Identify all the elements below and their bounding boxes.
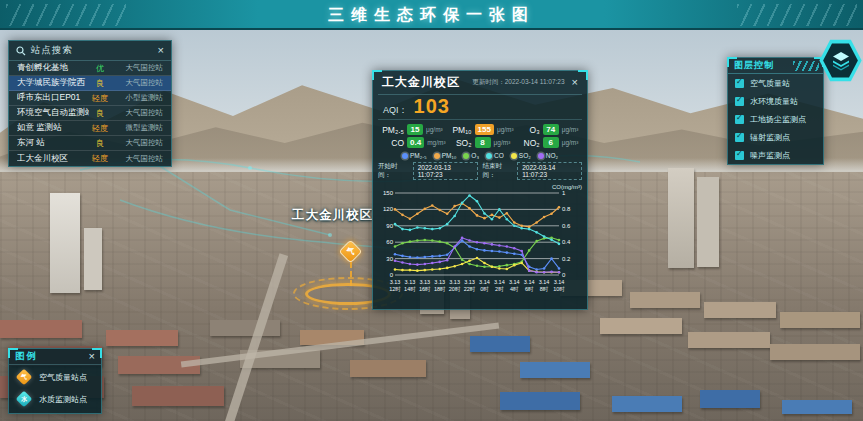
checkbox-checked[interactable] <box>735 133 744 142</box>
building <box>84 228 102 290</box>
building <box>780 312 860 328</box>
close-icon[interactable]: × <box>158 45 164 56</box>
station-list-item-selected[interactable]: 大学城民族学院西 良 大气国控站 <box>9 76 171 91</box>
warehouse-blue-roof <box>470 336 530 352</box>
svg-text:16时: 16时 <box>419 286 431 292</box>
layer-item-water[interactable]: 水环境质量站 <box>728 92 823 110</box>
building <box>770 344 860 360</box>
layer-panel-title: 图层控制 <box>728 59 793 72</box>
svg-text:3.14: 3.14 <box>509 279 520 285</box>
end-time-label: 结束时间： <box>483 162 513 180</box>
layers-icon <box>830 50 852 72</box>
svg-text:18时: 18时 <box>434 286 446 292</box>
station-list-item[interactable]: 青创孵化基地 优 大气国控站 <box>9 61 171 76</box>
pollutant-value-badge: 0.4 <box>407 137 424 148</box>
svg-text:60: 60 <box>386 239 393 245</box>
layers-toggle-button[interactable] <box>818 38 863 83</box>
station-panel-title: 站点搜索 <box>31 44 158 57</box>
air-station-legend-icon: 气 <box>16 369 33 386</box>
close-icon[interactable]: × <box>89 351 95 362</box>
checkbox-checked[interactable] <box>735 79 744 88</box>
legend-dot <box>538 153 544 159</box>
legend-item[interactable]: SO₂ <box>511 152 531 159</box>
legend-item[interactable]: CO <box>486 152 504 159</box>
start-time-input[interactable]: 2022-03-13 11:07:23 <box>413 162 478 180</box>
layer-item-air[interactable]: 空气质量站 <box>728 74 823 92</box>
layer-item-noise[interactable]: 噪声监测点 <box>728 146 823 164</box>
svg-text:30: 30 <box>386 256 393 262</box>
pollutant-value-badge: 74 <box>543 124 559 135</box>
station-detail-popup: 工大金川校区 更新时间：2022-03-14 11:07:23 × AQI： 1… <box>372 70 588 310</box>
layer-control-panel: 图层控制 空气质量站 水环境质量站 工地扬尘监测点 辐射监测点 噪声监测点 <box>727 57 824 165</box>
layer-item-dust[interactable]: 工地扬尘监测点 <box>728 110 823 128</box>
legend-entry-water: 水 水质监测站点 <box>9 387 101 409</box>
building <box>0 320 82 338</box>
app-header: 三维生态环保一张图 <box>0 0 863 30</box>
legend-item[interactable]: PM₂.₅ <box>402 152 427 159</box>
station-list-item[interactable]: 东河 站 良 大气国控站 <box>9 136 171 151</box>
svg-text:22时: 22时 <box>464 286 476 292</box>
pollutant-pm25: PM₂.₅15μg/m³ <box>380 124 446 135</box>
app-window: 工大金川校区 气 三维生态环保一张图 站点搜索 × 青创孵化基地 优 大气国控站… <box>0 0 863 421</box>
svg-text:3.13: 3.13 <box>434 279 445 285</box>
chart-legend: PM₂.₅ PM₁₀ O₃ CO SO₂ NO₂ <box>378 150 582 160</box>
svg-text:90: 90 <box>386 223 393 229</box>
warehouse-blue-roof <box>500 392 580 410</box>
time-range-row: 开始时间： 2022-03-13 11:07:23 结束时间： 2022-03-… <box>378 160 582 182</box>
close-icon[interactable]: × <box>572 77 578 88</box>
svg-text:6时: 6时 <box>525 286 534 292</box>
warehouse-blue-roof <box>700 390 760 408</box>
building <box>668 168 694 268</box>
legend-item[interactable]: NO₂ <box>538 152 558 159</box>
building <box>688 332 770 348</box>
map-station-label[interactable]: 工大金川校区 <box>292 207 373 224</box>
checkbox-checked[interactable] <box>735 115 744 124</box>
svg-text:10时: 10时 <box>553 286 565 292</box>
end-time-input[interactable]: 2022-03-14 11:07:23 <box>517 162 582 180</box>
svg-text:0.4: 0.4 <box>562 239 571 245</box>
checkbox-checked[interactable] <box>735 97 744 106</box>
building <box>106 330 178 346</box>
svg-text:14时: 14时 <box>404 286 416 292</box>
pollutant-o3: O₃74μg/m³ <box>516 124 580 135</box>
checkbox-checked[interactable] <box>735 151 744 160</box>
svg-text:2时: 2时 <box>495 286 504 292</box>
start-time-label: 开始时间： <box>378 162 408 180</box>
svg-text:3.14: 3.14 <box>554 279 565 285</box>
popup-title: 工大金川校区 <box>382 74 460 91</box>
legend-dot <box>402 153 408 159</box>
svg-text:1: 1 <box>562 190 566 196</box>
svg-text:8时: 8时 <box>540 286 549 292</box>
popup-header: 工大金川校区 更新时间：2022-03-14 11:07:23 × <box>378 71 582 95</box>
legend-item[interactable]: O₃ <box>463 152 479 159</box>
legend-dot <box>511 153 517 159</box>
station-list-item[interactable]: 如意 监测站 轻度 微型监测站 <box>9 121 171 136</box>
station-panel-header: 站点搜索 × <box>9 41 171 61</box>
map-legend-panel: 图例 × 气 空气质量站点 水 水质监测站点 <box>8 348 102 414</box>
warehouse-blue-roof <box>782 400 852 414</box>
svg-text:12时: 12时 <box>389 286 401 292</box>
station-list-item[interactable]: 呼市东出口EP01 轻度 小型监测站 <box>9 91 171 106</box>
legend-item[interactable]: PM₁₀ <box>434 152 457 159</box>
station-list-item[interactable]: 环境空气自动监测站 良 大气国控站 <box>9 106 171 121</box>
svg-text:0时: 0时 <box>480 286 489 292</box>
building <box>697 177 719 267</box>
layer-item-radiation[interactable]: 辐射监测点 <box>728 128 823 146</box>
svg-text:3.14: 3.14 <box>524 279 535 285</box>
pollutant-pm10: PM₁₀155μg/m³ <box>448 124 514 135</box>
building <box>50 193 80 293</box>
svg-text:0.8: 0.8 <box>562 206 571 212</box>
legend-entry-air: 气 空气质量站点 <box>9 365 101 387</box>
svg-text:3.13: 3.13 <box>390 279 401 285</box>
update-time: 更新时间：2022-03-14 11:07:23 <box>460 78 565 87</box>
svg-text:3.14: 3.14 <box>479 279 490 285</box>
building <box>704 302 776 318</box>
svg-text:CO(mg/m³): CO(mg/m³) <box>552 184 582 190</box>
svg-text:0.2: 0.2 <box>562 256 571 262</box>
hatch-decoration <box>793 61 819 71</box>
pollutant-so2: SO₂8μg/m³ <box>448 137 514 148</box>
svg-text:3.13: 3.13 <box>405 279 416 285</box>
station-list-item[interactable]: 工大金川校区 轻度 大气国控站 <box>9 151 171 166</box>
pollutant-trend-chart[interactable]: 030609012015000.20.40.60.81CO(mg/m³)3.13… <box>378 182 584 300</box>
legend-panel-title: 图例 <box>15 350 89 363</box>
